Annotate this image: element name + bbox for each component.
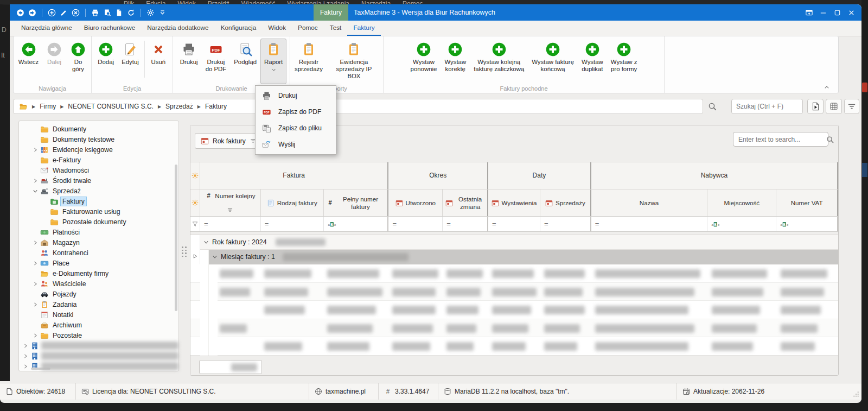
filter-cell-5[interactable]: =	[443, 217, 488, 231]
tree-expander[interactable]	[31, 146, 40, 154]
grid-view-button[interactable]	[826, 99, 842, 114]
tree-item-redacted[interactable]	[19, 340, 178, 351]
ribbon-tab-pomoc[interactable]: Pomoc	[292, 21, 324, 36]
status-taxmachine-pl[interactable]: taxmachine.pl	[309, 383, 379, 400]
qat-settings-button[interactable]	[146, 9, 155, 17]
ribbon-options-button[interactable]	[802, 4, 816, 21]
tree-item-zadania[interactable]: Zadania	[19, 299, 178, 309]
tree-item-e-dokumenty-firmy[interactable]: e-Dokumenty firmy	[19, 268, 178, 279]
ribbon-tab-test[interactable]: Test	[324, 21, 348, 36]
grid-band-okres[interactable]: Okres	[388, 162, 488, 189]
grid-column-numer-vat[interactable]: Numer VAT	[776, 189, 838, 216]
filter-cell-1[interactable]: =	[200, 217, 261, 231]
tree-expander[interactable]	[31, 300, 40, 309]
ribbon-button-wstecz[interactable]: Wstecz	[15, 39, 42, 67]
ribbon-button-wystaw-kolejną-fakturę-zaliczkową[interactable]: Wystaw kolejną fakturę zaliczkową	[470, 39, 528, 74]
tree-item-archiwum[interactable]: Archiwum	[19, 320, 178, 330]
menu-item-drukuj[interactable]: Drukuj	[256, 87, 336, 104]
grid-column-utworzono[interactable]: Utworzono	[388, 189, 443, 216]
ribbon-tab-narz-dzia-dodatkowe[interactable]: Narzędzia dodatkowe	[141, 21, 214, 36]
filter-cell-10[interactable]: aBc	[776, 217, 838, 231]
grid-band-nabywca[interactable]: Nabywca	[591, 162, 838, 189]
run-report-button[interactable]	[807, 99, 824, 114]
ribbon-button-do-góry[interactable]: Do góry	[66, 39, 90, 74]
ribbon-button-wystaw-ponownie[interactable]: Wystaw ponownie	[407, 39, 441, 74]
tree-expander[interactable]	[31, 259, 40, 268]
qat-print-button[interactable]	[91, 9, 99, 17]
tree-item-redacted[interactable]	[19, 361, 178, 371]
ribbon-button-drukuj[interactable]: Drukuj	[176, 39, 202, 67]
table-row[interactable]	[190, 337, 838, 356]
ribbon-collapse-icon[interactable]	[823, 84, 831, 91]
tree-item-wiadomości[interactable]: Wiadomości	[19, 165, 178, 175]
menu-item-zapisz-do-pliku[interactable]: Zapisz do pliku	[256, 120, 336, 136]
menu-item-zapisz-do-pdf[interactable]: PDFZapisz do PDF	[256, 104, 336, 120]
tree-item-płatności[interactable]: Płatności	[19, 227, 178, 237]
group-row-year[interactable]: Rok faktury : 2024	[200, 235, 838, 250]
tree-expander[interactable]	[31, 176, 40, 185]
grid-search-box[interactable]	[733, 132, 828, 147]
grid-column-nazwa[interactable]: Nazwa	[591, 189, 708, 216]
tree-item-sprzedaż[interactable]: Sprzedaż	[19, 186, 178, 196]
menu-item-wyślij[interactable]: Wyślij	[256, 136, 336, 153]
qat-edit-button[interactable]	[60, 9, 68, 17]
group-row-month[interactable]: Miesiąc faktury : 1	[209, 250, 838, 264]
ribbon-button-dalej[interactable]: Dalej	[42, 39, 66, 67]
ribbon-button-wystaw-duplikat[interactable]: Wystaw duplikat	[578, 39, 607, 74]
minimize-button[interactable]	[816, 4, 830, 21]
ribbon-tab-faktury[interactable]: Faktury	[347, 21, 380, 36]
table-row[interactable]	[190, 319, 838, 338]
tree-expander[interactable]	[21, 342, 30, 350]
titlebar-module-tab[interactable]: Faktury	[314, 4, 348, 21]
panel-splitter[interactable]	[180, 121, 189, 371]
breadcrumb-item-2[interactable]: NEONET CONSULTING S.C.	[68, 103, 154, 110]
qat-refresh-button[interactable]	[127, 9, 135, 17]
ribbon-button-usuń[interactable]: Usuń	[146, 39, 170, 67]
ribbon-tab-narz-dzia-g-wne[interactable]: Narzędzia główne	[15, 21, 78, 36]
grid-column-ostatnia-zmiana[interactable]: Ostatnia zmiana	[443, 189, 488, 216]
qat-document-button[interactable]	[115, 9, 123, 17]
table-row[interactable]	[190, 264, 838, 283]
filter-cell-9[interactable]: aBc	[707, 217, 776, 231]
tree-expander[interactable]	[31, 238, 40, 247]
global-search-input[interactable]	[731, 99, 803, 114]
filter-cell-6[interactable]: =	[488, 217, 540, 231]
grid-column-rodzaj-faktury[interactable]: Rodzaj faktury	[261, 189, 324, 216]
tree-item-fakturowanie-usług[interactable]: Fakturowanie usług	[19, 206, 178, 217]
tree-item-faktury[interactable]: Faktury	[19, 196, 178, 206]
qat-back-button[interactable]	[16, 9, 24, 17]
tree-expander[interactable]	[31, 280, 40, 288]
tree-item-ewidencje-księgowe[interactable]: Ewidencje księgowe	[19, 144, 178, 155]
tree-item-dokumenty-tekstowe[interactable]: Dokumenty tekstowe	[19, 134, 178, 144]
qat-add-button[interactable]	[48, 9, 56, 17]
tree-item-pozostałe-dokumenty[interactable]: Pozostałe dokumenty	[19, 217, 178, 227]
tree-vertical-scrollbar[interactable]	[175, 165, 177, 311]
grid-search-input[interactable]	[733, 136, 826, 143]
grid-column-pełny-numer-faktury[interactable]: #Pełny numer faktury	[324, 189, 389, 216]
tree-item-e-faktury[interactable]: e-Faktury	[19, 155, 178, 165]
tree-item-magazyn[interactable]: Magazyn	[19, 237, 178, 248]
filter-cell-8[interactable]: =	[591, 217, 708, 231]
grid-band-faktura[interactable]: Faktura	[200, 162, 388, 189]
ribbon-button-wystaw-z-pro-formy[interactable]: Wystaw z pro formy	[607, 39, 641, 74]
tree-item-pojazdy[interactable]: Pojazdy	[19, 289, 178, 299]
grid-column-wystawienia[interactable]: Wystawienia	[488, 189, 540, 216]
tree-item-dokumenty[interactable]: Dokumenty	[19, 124, 178, 134]
ribbon-button-drukuj-do-pdf[interactable]: PDFDrukuj do PDF	[202, 39, 231, 74]
qat-customize-button[interactable]	[158, 9, 167, 17]
ribbon-tab-widok[interactable]: Widok	[262, 21, 292, 36]
resize-grip-icon[interactable]	[853, 391, 859, 397]
grid-column-numer-kolejny[interactable]: #Numer kolejny	[200, 189, 261, 216]
ribbon-button-wystaw-fakturę-końcową[interactable]: Wystaw fakturę końcową	[528, 39, 578, 74]
ribbon-button-rejestr-sprzedaży[interactable]: Rejestr sprzedaży	[291, 39, 326, 74]
filter-cell-3[interactable]: aBc	[324, 217, 389, 231]
qat-forward-button[interactable]	[28, 9, 36, 17]
tree-expander[interactable]	[31, 187, 40, 195]
breadcrumb-item-1[interactable]: Firmy	[40, 103, 56, 110]
tree-item-właściciele[interactable]: Właściciele	[19, 279, 178, 289]
filter-cell-4[interactable]: =	[388, 217, 443, 231]
tree-expander[interactable]	[21, 352, 30, 361]
ribbon-button-raport[interactable]: Raport	[260, 39, 286, 84]
grid-band-daty[interactable]: Daty	[488, 162, 591, 189]
record-pager[interactable]	[199, 360, 262, 374]
